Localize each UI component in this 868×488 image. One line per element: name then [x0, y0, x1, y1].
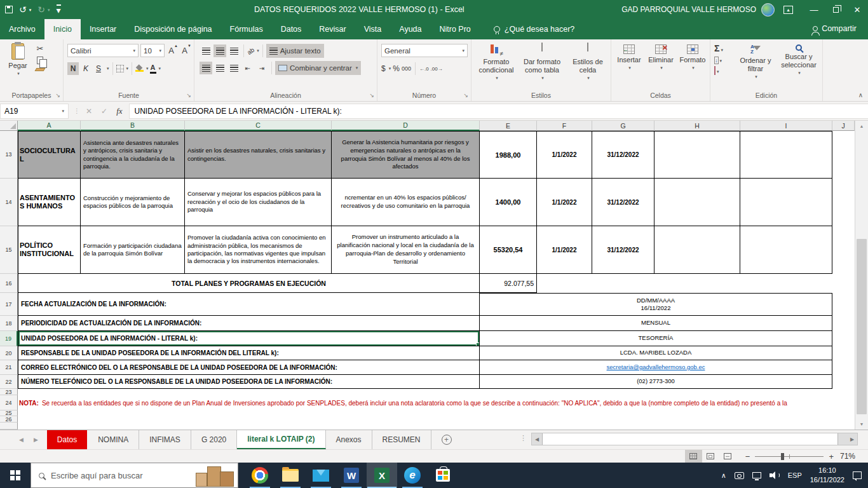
clear-button[interactable]: ▾: [714, 67, 719, 74]
col-header-E[interactable]: E: [480, 121, 537, 131]
cell-I15[interactable]: [740, 226, 832, 274]
volume-icon[interactable]: [770, 471, 780, 479]
cell-E22[interactable]: (02) 2773-300: [480, 375, 832, 389]
cell-H15[interactable]: [654, 226, 740, 274]
row-header-20[interactable]: 20: [0, 346, 18, 360]
cell-E15[interactable]: 55320,54: [480, 226, 537, 274]
formula-input[interactable]: UNIDAD POSEEDORA DE LA INFORMACIÓN - LIT…: [129, 104, 868, 119]
tab-archivo[interactable]: Archivo: [0, 19, 44, 39]
cell-A22[interactable]: NÚMERO TELEFÓNICO DEL O LA RESPONSABLE D…: [18, 375, 480, 389]
name-box-dropdown-icon[interactable]: ▾: [62, 109, 64, 114]
cell-E13[interactable]: 1988,00: [480, 131, 537, 179]
cell-styles-button[interactable]: Estilos de celda ▾: [566, 43, 610, 93]
meet-now-icon[interactable]: [735, 472, 744, 479]
cell-A18[interactable]: PERIODICIDAD DE ACTUALIZACIÓN DE LA INFO…: [18, 316, 480, 331]
font-name-select[interactable]: Calibri▾: [67, 44, 139, 57]
scroll-left-icon[interactable]: ◀: [532, 433, 542, 445]
insert-cells-button[interactable]: Insertar▾: [614, 44, 644, 89]
cell-C13[interactable]: Asistir en los desastres naturales, cris…: [185, 131, 332, 179]
cell-F14[interactable]: 1/1/2022: [537, 179, 592, 226]
format-cells-button[interactable]: Formato▾: [677, 44, 708, 89]
email-link[interactable]: secretaria@gadvallehermoso.gob.ec: [480, 363, 832, 371]
row-header-14[interactable]: 14: [0, 179, 18, 226]
sheet-tab-infimas[interactable]: INFIMAS: [139, 430, 191, 449]
align-bottom-icon[interactable]: [227, 44, 240, 57]
sheet-tab-resumen[interactable]: RESUMEN: [372, 430, 431, 449]
paste-dropdown-icon[interactable]: ▾: [17, 71, 20, 76]
percent-format-button[interactable]: %: [393, 64, 400, 73]
decrease-decimal-icon[interactable]: .00→: [431, 66, 443, 72]
cell-B14[interactable]: Construcción y mejoramiento de espacios …: [81, 179, 185, 226]
taskbar-file-explorer[interactable]: [275, 463, 306, 488]
clock[interactable]: 16:10 16/11/2022: [810, 466, 844, 485]
name-box[interactable]: A19 ▾: [0, 104, 69, 119]
new-sheet-button[interactable]: +: [442, 430, 452, 449]
col-header-B[interactable]: B: [81, 121, 185, 131]
sort-filter-button[interactable]: AZ Ordenar y filtrar▾: [736, 44, 775, 79]
increase-font-icon[interactable]: A▲: [166, 44, 178, 57]
cell-C15[interactable]: Promover la ciudadanía activa con conoci…: [185, 226, 332, 274]
cell-D14[interactable]: ncrementar en un 40% los espacios públic…: [332, 179, 480, 226]
page-layout-view-button[interactable]: [702, 450, 719, 463]
cell-A16-total-label[interactable]: TOTAL PLANES Y PROGRAMAS EN EJECUCIÓN: [18, 274, 480, 293]
vertical-scroll-thumb[interactable]: [857, 239, 867, 414]
taskbar-mail[interactable]: [306, 463, 336, 488]
cell-A21[interactable]: CORREO ELECTRÓNICO DEL O LA RESPONSABLE …: [18, 360, 480, 375]
row-header-24[interactable]: 24: [0, 395, 18, 410]
delete-cells-button[interactable]: Eliminar▾: [646, 44, 676, 89]
undo-dropdown-icon[interactable]: ▾: [29, 8, 32, 12]
cell-B13[interactable]: Asistencia ante desastres naturales y an…: [81, 131, 185, 179]
portapapeles-dialog-launcher[interactable]: ↘: [55, 93, 60, 98]
cell-A24-nota[interactable]: NOTA: Se recuerda a las entidades que si…: [18, 395, 832, 410]
normal-view-button[interactable]: [685, 450, 702, 463]
horizontal-scrollbar[interactable]: ◀ ▶: [531, 433, 858, 445]
tab-disposicion[interactable]: Disposición de página: [125, 19, 220, 39]
align-center-icon[interactable]: [214, 62, 226, 74]
borders-icon[interactable]: [116, 65, 124, 72]
tray-expand-icon[interactable]: ∧: [721, 471, 726, 480]
cell-B15[interactable]: Formación y participación ciudadana de l…: [81, 226, 185, 274]
fill-button[interactable]: ↓▾: [714, 56, 722, 64]
account-name[interactable]: GAD PARROQUIAL VALLE HERMOSO: [621, 5, 756, 14]
zoom-in-icon[interactable]: +: [829, 452, 834, 461]
cell-E21[interactable]: secretaria@gadvallehermoso.gob.ec: [480, 360, 832, 375]
start-button[interactable]: [0, 463, 31, 488]
row-header-22[interactable]: 22: [0, 375, 18, 389]
col-header-I[interactable]: I: [740, 121, 832, 131]
col-header-A[interactable]: A: [18, 121, 81, 131]
merge-center-button[interactable]: Combinar y centrar ▾: [275, 61, 361, 75]
col-header-G[interactable]: G: [592, 121, 654, 131]
cell-E19[interactable]: TESORERÍA: [480, 331, 832, 346]
row-header-26[interactable]: 26: [0, 416, 18, 423]
font-size-select[interactable]: 10▾: [140, 44, 165, 57]
format-as-table-button[interactable]: Dar formato como tabla ▾: [520, 43, 564, 93]
col-header-D[interactable]: D: [332, 121, 480, 131]
row-header-19[interactable]: 19: [0, 331, 18, 346]
decrease-font-icon[interactable]: A▼: [180, 44, 191, 57]
cell-E16-total-value[interactable]: 92.077,55: [480, 274, 537, 293]
row-header-13[interactable]: 13: [0, 131, 18, 179]
currency-format-button[interactable]: $: [381, 64, 386, 73]
row-header-21[interactable]: 21: [0, 360, 18, 375]
cell-F13[interactable]: 1/1/2022: [537, 131, 592, 179]
wrap-text-button[interactable]: Ajustar texto: [266, 44, 324, 58]
close-button[interactable]: ✕: [846, 0, 868, 19]
comma-format-button[interactable]: 000: [402, 65, 411, 72]
cell-A15[interactable]: POLÍTICO INSTITUCIONAL: [18, 226, 81, 274]
zoom-slider[interactable]: [755, 456, 824, 457]
confirm-entry-icon[interactable]: ✓: [101, 107, 107, 116]
number-format-select[interactable]: General▾: [381, 44, 468, 57]
vertical-scrollbar[interactable]: ▲ ▼: [855, 121, 868, 430]
orientation-icon[interactable]: ab: [246, 46, 255, 55]
minimize-button[interactable]: —: [803, 0, 825, 19]
sheet-tab-datos[interactable]: Datos: [47, 430, 87, 449]
col-header-J[interactable]: J: [832, 121, 855, 131]
save-icon[interactable]: [5, 6, 13, 13]
sheet-tab-literal-k-lotaip[interactable]: literal k LOTAIP (2): [237, 430, 325, 449]
cell-E20[interactable]: LCDA. MARIBEL LOZADA: [480, 346, 832, 360]
increase-decimal-icon[interactable]: ←.0: [419, 66, 429, 72]
italic-button[interactable]: K: [80, 62, 92, 75]
cell-A20[interactable]: RESPONSABLE DE LA UNIDAD POSEEDORA DE LA…: [18, 346, 480, 360]
bold-button[interactable]: N: [67, 62, 79, 75]
scroll-right-icon[interactable]: ▶: [847, 433, 857, 445]
